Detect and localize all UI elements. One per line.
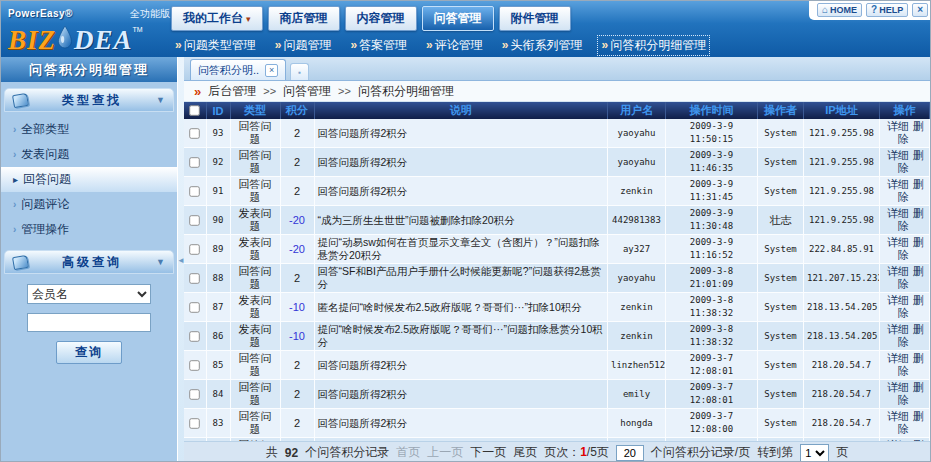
tab-points-detail[interactable]: 问答积分明.. × [190, 59, 286, 80]
sidebar-item-1[interactable]: ›全部类型 [1, 117, 177, 142]
cell-points: -20 [280, 235, 314, 264]
chevron-icon: » [426, 38, 433, 52]
cell-actions: 详细删除 [880, 148, 930, 177]
advanced-query-form: 会员名 查询 [1, 274, 177, 364]
first-page-link[interactable]: 首页 [396, 444, 420, 461]
detail-link[interactable]: 详细 [887, 381, 909, 393]
home-button[interactable]: ⌂ HOME [817, 3, 862, 17]
goto-prefix: 转到第 [757, 444, 793, 461]
row-checkbox[interactable] [190, 418, 200, 428]
detail-link[interactable]: 详细 [887, 352, 909, 364]
nav-tab-3[interactable]: 内容管理 [345, 6, 417, 31]
nav-tab-5[interactable]: 附件管理 [499, 6, 571, 31]
breadcrumb-item-1[interactable]: 后台管理 [208, 83, 256, 100]
collapse-arrow-icon[interactable]: ▼ [156, 95, 165, 105]
cell-ip: 218.20.54.7 [804, 380, 880, 409]
tab-close-icon[interactable]: × [265, 64, 278, 77]
top-header: PowerEasy® 全功能版 BIZ DEA TM 我的工作台▾商店管理内容 [1, 1, 930, 57]
breadcrumb-separator: >> [263, 85, 276, 97]
detail-link[interactable]: 详细 [887, 265, 909, 277]
row-checkbox[interactable] [190, 302, 200, 312]
cell-id: 86 [206, 322, 230, 351]
new-tab-stub[interactable]: ▪ [290, 63, 309, 80]
nav-tab-1[interactable]: 我的工作台▾ [171, 6, 263, 31]
nav-tab-2[interactable]: 商店管理 [268, 6, 340, 31]
last-page-link[interactable]: 尾页 [513, 444, 537, 461]
sidebar-item-label: 回答问题 [23, 172, 71, 186]
next-page-link[interactable]: 下一页 [470, 444, 506, 461]
sidebar-item-2[interactable]: ›发表问题 [1, 142, 177, 167]
cell-points: 2 [280, 148, 314, 177]
sub-nav-item-3[interactable]: »答案管理 [346, 35, 411, 56]
prev-page-link[interactable]: 上一页 [427, 444, 463, 461]
breadcrumb-item-2[interactable]: 问答管理 [283, 83, 331, 100]
cell-points: 2 [280, 351, 314, 380]
cell-type: 回答问题 [230, 119, 280, 148]
row-checkbox[interactable] [190, 360, 200, 370]
dropdown-caret-icon: ▾ [246, 14, 251, 24]
collapse-arrow-icon[interactable]: ▼ [156, 257, 165, 267]
row-checkbox[interactable] [190, 273, 200, 283]
type-panel-header[interactable]: 类型查找 ▼ [4, 88, 174, 112]
detail-link[interactable]: 详细 [887, 236, 909, 248]
cell-actions: 详细删除 [880, 293, 930, 322]
chevron-icon: » [601, 38, 608, 52]
row-checkbox[interactable] [190, 389, 200, 399]
cell-time: 2009-3-8 21:01:09 [666, 264, 758, 293]
detail-link[interactable]: 详细 [887, 294, 909, 306]
edition-label: 全功能版 [130, 7, 170, 21]
member-name-input[interactable] [27, 313, 151, 332]
sub-nav-item-4[interactable]: »评论管理 [422, 35, 487, 56]
records-table-wrap: ID类型积分说明用户名操作时间操作者IP地址操作 93回答问题2回答问题所得2积… [184, 102, 930, 441]
select-all-checkbox[interactable] [190, 106, 200, 116]
help-button[interactable]: ? HELP [866, 3, 908, 17]
sub-nav-label: 问答积分明细管理 [610, 38, 706, 52]
folder-icon [12, 254, 29, 269]
total-suffix: 个问答积分记录 [305, 444, 389, 461]
query-panel-header[interactable]: 高级查询 ▼ [4, 250, 174, 274]
row-checkbox[interactable] [190, 215, 200, 225]
sub-nav-item-2[interactable]: »问题管理 [271, 35, 336, 56]
cell-actions: 详细删除 [880, 380, 930, 409]
nav-tab-4[interactable]: 问答管理 [422, 6, 494, 31]
current-page-number: 1 [580, 445, 587, 459]
detail-link[interactable]: 详细 [887, 207, 909, 219]
exit-button[interactable]: × [912, 3, 928, 17]
cell-type: 发表问题 [230, 206, 280, 235]
member-field-select[interactable]: 会员名 [27, 284, 151, 304]
cell-actions: 详细删除 [880, 177, 930, 206]
detail-link[interactable]: 详细 [887, 149, 909, 161]
cell-ip: 218.13.54.205 [804, 293, 880, 322]
page-size-input[interactable] [616, 445, 644, 461]
breadcrumb-item-3[interactable]: 问答积分明细管理 [358, 83, 454, 100]
row-checkbox[interactable] [190, 128, 200, 138]
sidebar-item-label: 发表问题 [21, 147, 69, 161]
cell-time: 2009-3-9 11:31:45 [666, 177, 758, 206]
row-checkbox[interactable] [190, 157, 200, 167]
sub-nav-item-1[interactable]: »问题类型管理 [171, 35, 260, 56]
table-row: 85回答问题2回答问题所得2积分linzhen5122009-3-7 12:08… [184, 351, 930, 380]
detail-link[interactable]: 详细 [887, 323, 909, 335]
sub-nav-item-6[interactable]: »问答积分明细管理 [597, 35, 710, 56]
search-button[interactable]: 查询 [56, 341, 122, 364]
row-checkbox[interactable] [190, 244, 200, 254]
row-select-cell [184, 264, 206, 293]
query-panel-title: 高级查询 [34, 254, 150, 271]
row-checkbox[interactable] [190, 331, 200, 341]
goto-page-select[interactable]: 1 [800, 444, 829, 462]
detail-link[interactable]: 详细 [887, 178, 909, 190]
sidebar-item-5[interactable]: ›管理操作 [1, 217, 177, 242]
brand-logo: PowerEasy® 全功能版 BIZ DEA TM [8, 3, 176, 55]
column-header-6: 操作时间 [666, 102, 758, 119]
row-select-cell [184, 380, 206, 409]
row-checkbox[interactable] [190, 186, 200, 196]
chevron-icon: » [502, 38, 509, 52]
sidebar-item-4[interactable]: ›问题评论 [1, 192, 177, 217]
chevron-icon: » [350, 38, 357, 52]
sidebar-collapse-handle[interactable]: ◄ [177, 57, 184, 462]
detail-link[interactable]: 详细 [887, 410, 909, 422]
type-menu: ›全部类型›发表问题▸回答问题›问题评论›管理操作 [1, 112, 177, 244]
sub-nav-item-5[interactable]: »头衔系列管理 [498, 35, 587, 56]
detail-link[interactable]: 详细 [887, 120, 909, 132]
sidebar-item-3[interactable]: ▸回答问题 [1, 167, 177, 192]
